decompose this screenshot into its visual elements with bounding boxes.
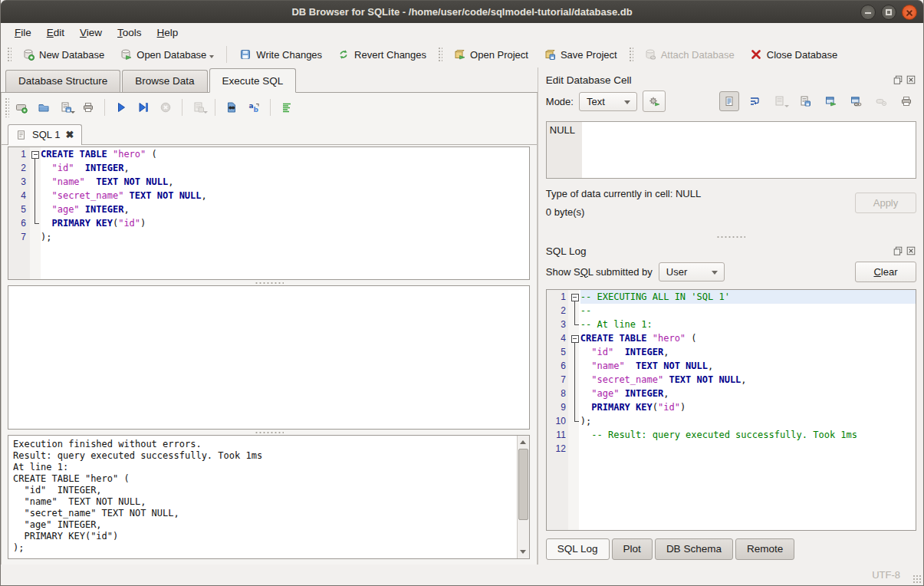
tab-plot[interactable]: Plot (612, 538, 653, 560)
find-in-sql-button[interactable] (222, 97, 242, 117)
apply-button[interactable]: Apply (855, 193, 916, 213)
tab-browse-data[interactable]: Browse Data (122, 70, 207, 92)
submitted-by-value: User (666, 266, 687, 278)
open-project-button[interactable]: Open Project (446, 45, 535, 64)
save-sql-dropdown-icon[interactable] (71, 111, 75, 114)
float-dock-icon[interactable] (893, 245, 903, 256)
stop-button[interactable] (156, 97, 176, 117)
find-in-sql-icon (225, 101, 238, 114)
tab-db-schema[interactable]: DB Schema (655, 538, 733, 560)
print-cell-button[interactable] (896, 91, 916, 111)
scroll-down-icon[interactable] (518, 546, 529, 558)
filter-label: Show SQL submitted by (546, 266, 653, 278)
toolbar-separator (182, 99, 182, 116)
write-changes-button[interactable]: Write Changes (232, 45, 329, 64)
save-results-button[interactable] (189, 97, 209, 117)
titlebar[interactable]: DB Browser for SQLite - /home/user/code/… (1, 0, 923, 23)
menu-view[interactable]: View (72, 25, 110, 41)
menu-help[interactable]: Help (150, 25, 186, 41)
toolbar-separator (104, 99, 105, 116)
sql-log-view[interactable]: 1-- EXECUTING ALL IN 'SQL 1'2--3-- At li… (546, 289, 916, 531)
window-title: DB Browser for SQLite - /home/user/code/… (1, 6, 923, 18)
resize-grip[interactable] (912, 574, 922, 584)
edit-cell-dock-header: Edit Database Cell (546, 67, 916, 87)
export-data-icon (824, 95, 837, 107)
edit-cell-title: Edit Database Cell (546, 74, 890, 86)
set-null-button[interactable] (871, 91, 891, 111)
minimize-icon[interactable] (860, 5, 876, 20)
scrollbar-thumb[interactable] (518, 449, 528, 520)
save-data-icon (799, 95, 811, 107)
maximize-icon[interactable] (881, 5, 896, 20)
mode-select[interactable]: Text (579, 92, 637, 111)
find-replace-button[interactable]: ab (244, 97, 264, 117)
dock-splitter-handle[interactable] (546, 234, 916, 239)
results-grid-pane[interactable] (8, 285, 530, 430)
save-sql-file-button[interactable] (56, 97, 76, 117)
open-project-icon (453, 48, 465, 61)
open-sql-tab-icon (15, 101, 28, 114)
main-toolbar: New Database Open Database Write Changes… (1, 41, 923, 67)
save-project-label: Save Project (561, 49, 617, 61)
execute-all-button[interactable] (111, 97, 131, 117)
clear-button[interactable]: Clear (855, 262, 916, 282)
close-database-button[interactable]: Close Database (743, 45, 845, 64)
menu-edit[interactable]: Edit (39, 25, 72, 41)
close-dock-icon[interactable] (906, 74, 916, 85)
app-window: DB Browser for SQLite - /home/user/code/… (0, 0, 924, 586)
open-sql-tab-button[interactable] (12, 97, 31, 117)
auto-format-button[interactable] (277, 97, 297, 117)
new-database-button[interactable]: New Database (15, 45, 111, 64)
export-data-button[interactable] (820, 91, 840, 111)
open-database-button[interactable]: Open Database (113, 45, 221, 64)
tab-sql-log[interactable]: SQL Log (546, 538, 610, 560)
revert-changes-label: Revert Changes (354, 49, 426, 61)
save-project-button[interactable]: Save Project (537, 45, 624, 64)
word-wrap-button[interactable] (745, 91, 765, 111)
toolbar-grip[interactable] (6, 46, 12, 63)
execution-message-pane[interactable]: Execution finished without errors. Resul… (8, 435, 530, 559)
auto-switch-mode-button[interactable] (643, 91, 666, 112)
close-icon[interactable] (902, 5, 917, 20)
menu-file[interactable]: File (7, 25, 39, 41)
tab-remote[interactable]: Remote (735, 538, 794, 560)
tab-database-structure[interactable]: Database Structure (5, 70, 120, 92)
toolbar-grip[interactable] (628, 46, 633, 63)
attach-database-button[interactable]: Attach Database (637, 45, 742, 64)
revert-changes-icon (337, 48, 350, 61)
write-changes-icon (239, 48, 252, 61)
submitted-by-select[interactable]: User (659, 262, 725, 281)
execute-current-line-button[interactable] (133, 97, 153, 117)
import-data-button[interactable] (770, 91, 790, 111)
sql-editor[interactable]: 1CREATE TABLE "hero" (2 "id" INTEGER,3 "… (8, 146, 530, 280)
toolbar-separator (215, 99, 215, 116)
close-dock-icon[interactable] (906, 245, 916, 256)
save-results-dropdown-icon[interactable] (203, 111, 208, 114)
toolbar-grip[interactable] (437, 46, 442, 63)
import-dropdown-icon[interactable] (784, 105, 789, 107)
open-database-dropdown-icon[interactable] (209, 55, 214, 58)
menu-tools[interactable]: Tools (110, 25, 150, 41)
toolbar-grip[interactable] (5, 97, 9, 117)
text-mode-button[interactable] (719, 91, 739, 111)
toolbar-separator (226, 46, 227, 63)
vertical-scrollbar[interactable] (517, 436, 529, 558)
scroll-up-icon[interactable] (518, 436, 529, 448)
tab-execute-sql[interactable]: Execute SQL (209, 68, 297, 93)
encoding-indicator[interactable]: UTF-8 (872, 569, 900, 581)
copy-link-icon (850, 95, 862, 107)
copy-link-button[interactable] (846, 91, 866, 111)
cell-value-editor[interactable]: NULL (546, 121, 916, 179)
close-tab-icon[interactable]: ✖ (65, 129, 74, 140)
print-button[interactable] (78, 97, 98, 117)
open-project-label: Open Project (470, 49, 528, 61)
revert-changes-button[interactable]: Revert Changes (330, 45, 433, 64)
float-dock-icon[interactable] (893, 74, 903, 85)
splitter-handle[interactable] (2, 430, 537, 435)
splitter-handle[interactable] (2, 280, 537, 285)
tab-sql-1[interactable]: SQL 1 ✖ (8, 124, 82, 145)
gear-apply-icon (648, 95, 660, 107)
save-data-button[interactable] (795, 91, 815, 111)
attach-database-icon (644, 48, 656, 61)
open-sql-file-button[interactable] (34, 97, 54, 117)
